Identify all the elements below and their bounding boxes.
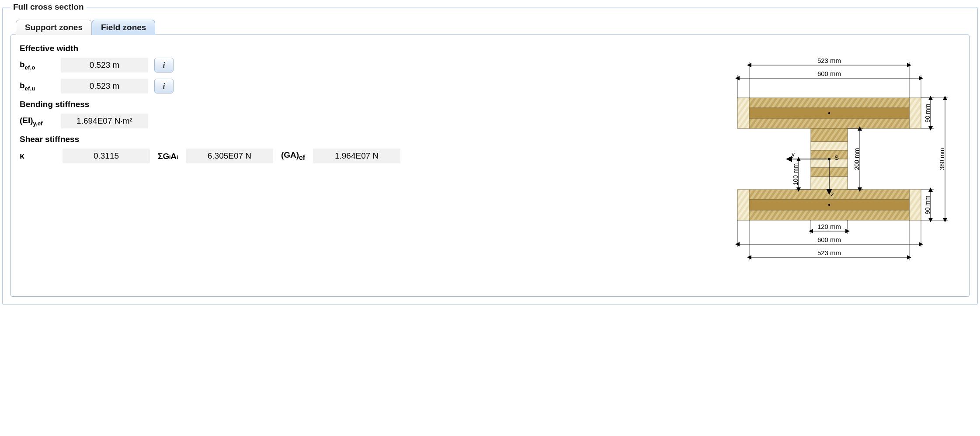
svg-rect-17 [909,190,921,220]
full-cross-section-panel: Full cross section Support zones Field z… [2,2,978,305]
dim-top-523: 523 mm [817,57,841,64]
svg-rect-8 [749,118,909,128]
info-button-bef-o[interactable]: i [154,58,174,73]
panel-legend: Full cross section [10,2,87,12]
results-column: Effective width bef,o 0.523 m i bef,u 0.… [20,41,707,163]
info-button-bef-u[interactable]: i [154,79,174,93]
cross-section-diagram: S y z 523 mm 600 mm 90 mm [724,41,960,268]
svg-point-9 [828,112,830,114]
dim-bottom-600: 600 mm [817,236,841,243]
shear-stiffness-heading: Shear stiffness [20,135,707,144]
svg-rect-11 [811,142,848,150]
label-bef-u: bef,u [20,81,55,92]
dim-total-380: 380 mm [938,148,945,170]
tab-field-zones[interactable]: Field zones [92,20,155,35]
axis-z-label: z [831,190,834,197]
dim-web-120: 120 mm [817,223,841,230]
label-kappa: κ [20,151,55,161]
row-bef-u: bef,u 0.523 m i [20,79,707,93]
dim-centroid-100: 100 mm [792,163,799,186]
row-bef-o: bef,o 0.523 m i [20,58,707,73]
dim-flange-top-90: 90 mm [924,104,931,123]
diagram-column: S y z 523 mm 600 mm 90 mm [724,41,960,268]
value-ei-yef: 1.694E07 N·m² [61,114,148,128]
svg-rect-10 [811,128,848,142]
svg-rect-20 [749,210,909,220]
value-kappa: 0.3115 [63,149,150,163]
label-sum-GA: ΣGᵢAᵢ [158,151,178,161]
svg-rect-5 [909,98,921,128]
value-bef-u: 0.523 m [61,79,148,93]
dim-top-600: 600 mm [817,70,841,77]
label-GA-ef: (GA)ef [281,150,305,162]
value-sum-GA: 6.305E07 N [186,149,273,163]
axis-y-label: y [792,151,795,158]
row-ei-yef: (EI)y,ef 1.694E07 N·m² [20,114,707,128]
effective-width-heading: Effective width [20,44,707,53]
tabs: Support zones Field zones [16,20,970,35]
dim-web-200: 200 mm [853,148,860,170]
value-bef-o: 0.523 m [61,58,148,73]
dim-bottom-523: 523 mm [817,249,841,256]
value-GA-ef: 1.964E07 N [313,149,400,163]
svg-rect-6 [749,98,909,108]
tab-panel-field-zones: Effective width bef,o 0.523 m i bef,u 0.… [10,35,970,297]
tab-support-zones[interactable]: Support zones [16,20,92,35]
dim-flange-bottom-90: 90 mm [924,196,931,215]
svg-point-21 [828,204,830,206]
shear-row: κ 0.3115 ΣGᵢAᵢ 6.305E07 N (GA)ef 1.964E0… [20,149,707,163]
label-bef-o: bef,o [20,60,55,71]
centroid-label: S [834,154,839,161]
label-ei-yef: (EI)y,ef [20,116,55,127]
svg-rect-16 [737,190,749,220]
svg-rect-4 [737,98,749,128]
bending-stiffness-heading: Bending stiffness [20,100,707,109]
